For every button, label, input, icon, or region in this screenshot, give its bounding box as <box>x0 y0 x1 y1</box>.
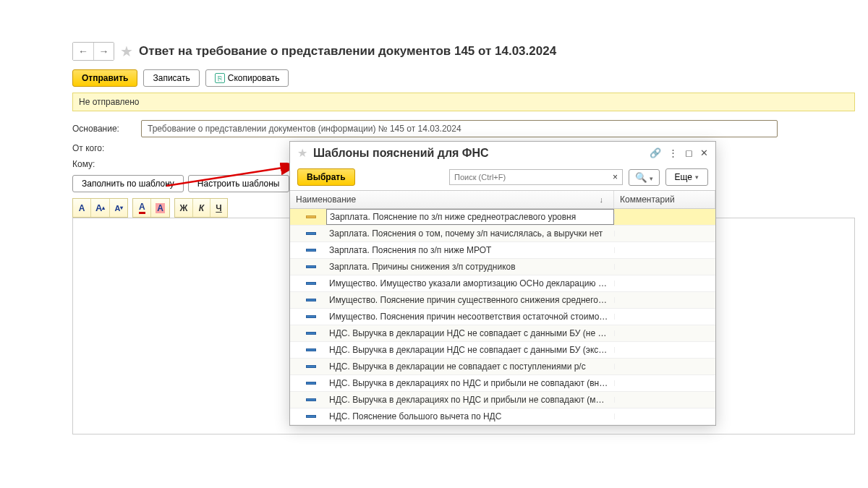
table-row[interactable]: Имущество. Имущество указали амортизацию… <box>290 275 715 292</box>
bold-button[interactable]: Ж <box>175 199 192 217</box>
link-icon[interactable]: 🔗 <box>650 147 661 158</box>
doc-icon <box>306 396 320 403</box>
from-label: От кого: <box>72 143 141 153</box>
select-button[interactable]: Выбрать <box>297 168 355 186</box>
row-name: Зарплата. Причины снижения з/п сотрудник… <box>326 259 614 275</box>
italic-button[interactable]: К <box>192 199 210 217</box>
copy-button[interactable]: ⎘ Скопировать <box>205 69 289 87</box>
row-comment <box>614 231 715 236</box>
copy-button-label: Скопировать <box>228 73 280 83</box>
table-row[interactable]: НДС. Выручка в декларациях по НДС и приб… <box>290 392 715 408</box>
column-header-comment[interactable]: Комментарий <box>614 191 715 208</box>
dialog-title: Шаблоны пояснений для ФНС <box>313 147 644 160</box>
to-label: Кому: <box>72 159 141 169</box>
row-comment <box>614 364 715 369</box>
row-name: НДС. Выручка в декларациях по НДС и приб… <box>326 392 614 408</box>
page-title: Ответ на требование о представлении доку… <box>139 44 556 59</box>
doc-icon <box>306 313 320 320</box>
row-comment <box>614 314 715 320</box>
table-row[interactable]: Зарплата. Пояснение по з/п ниже среднеот… <box>290 209 715 226</box>
row-name: Имущество. Имущество указали амортизацию… <box>326 275 614 291</box>
doc-icon <box>306 280 320 287</box>
table-row[interactable]: Зарплата. Пояснения о том, почему з/п на… <box>290 226 715 242</box>
doc-icon <box>306 363 320 370</box>
font-button[interactable]: А <box>73 199 90 217</box>
templates-dialog: ★ Шаблоны пояснений для ФНС 🔗 ⋮ ◻ ✕ Выбр… <box>289 141 716 426</box>
row-name: Зарплата. Пояснения о том, почему з/п на… <box>326 226 614 241</box>
row-comment <box>614 247 715 253</box>
row-name: НДС. Выручка в декларации НДС не совпада… <box>326 342 614 358</box>
table-row[interactable]: НДС. Выручка в декларации не совпадает с… <box>290 359 715 375</box>
row-name: Имущество. Пояснения причин несоответств… <box>326 309 614 325</box>
font-size-down-button[interactable]: А▾ <box>109 199 127 217</box>
row-comment <box>614 397 715 403</box>
row-comment <box>614 330 715 336</box>
table-row[interactable]: Зарплата. Пояснения по з/п ниже МРОТ <box>290 242 715 259</box>
send-button[interactable]: Отправить <box>72 69 137 87</box>
doc-icon <box>306 296 320 304</box>
setup-templates-button[interactable]: Настроить шаблоны <box>188 175 289 192</box>
font-size-up-button[interactable]: А▴ <box>90 199 109 217</box>
row-comment <box>614 380 715 386</box>
column-header-name[interactable]: Наименование ↓ <box>290 191 614 208</box>
row-name: НДС. Выручка в декларациях по НДС и приб… <box>326 375 614 391</box>
row-comment <box>614 281 715 286</box>
row-name: Имущество. Пояснение причин существенног… <box>326 292 614 308</box>
close-icon[interactable]: ✕ <box>700 147 708 158</box>
row-comment <box>614 414 715 419</box>
underline-button[interactable]: Ч <box>210 199 227 217</box>
row-name: Зарплата. Пояснения по з/п ниже МРОТ <box>326 242 614 258</box>
table-row[interactable]: НДС. Пояснение большого вычета по НДС <box>290 408 715 425</box>
doc-icon <box>306 263 320 270</box>
doc-icon <box>306 346 320 354</box>
row-name: НДС. Пояснение большого вычета по НДС <box>326 408 614 424</box>
basis-label: Основание: <box>72 124 141 134</box>
row-comment <box>614 214 715 220</box>
more-button[interactable]: Еще <box>665 168 708 186</box>
font-highlight-button[interactable]: А <box>150 199 169 217</box>
kebab-icon[interactable]: ⋮ <box>668 147 678 158</box>
basis-input[interactable]: Требование о представлении документов (и… <box>141 120 778 137</box>
table-row[interactable]: Зарплата. Причины снижения з/п сотрудник… <box>290 259 715 275</box>
copy-icon: ⎘ <box>215 73 225 83</box>
table-row[interactable]: НДС. Выручка в декларациях по НДС и приб… <box>290 375 715 392</box>
row-comment <box>614 297 715 303</box>
row-comment <box>614 347 715 353</box>
window-icon[interactable]: ◻ <box>685 147 693 158</box>
doc-icon <box>306 247 320 254</box>
doc-icon <box>306 230 320 237</box>
row-name: НДС. Выручка в декларации НДС не совпада… <box>326 325 614 341</box>
row-name: Зарплата. Пояснение по з/п ниже среднеот… <box>326 209 614 225</box>
doc-icon <box>306 380 320 387</box>
table-row[interactable]: Имущество. Пояснение причин существенног… <box>290 292 715 309</box>
dialog-star-icon[interactable]: ★ <box>297 146 307 160</box>
table-row[interactable]: Имущество. Пояснения причин несоответств… <box>290 309 715 325</box>
row-comment <box>614 264 715 270</box>
sort-down-icon: ↓ <box>600 195 608 204</box>
status-badge: Не отправлено <box>72 93 855 111</box>
search-input[interactable] <box>449 169 608 185</box>
nav-forward-button[interactable]: → <box>93 43 114 60</box>
doc-icon <box>306 213 320 221</box>
save-button[interactable]: Записать <box>143 69 199 87</box>
search-icon-button[interactable]: 🔍 <box>629 169 660 186</box>
font-color-button[interactable]: А <box>133 199 150 217</box>
fill-by-template-button[interactable]: Заполнить по шаблону <box>72 175 184 192</box>
table-row[interactable]: НДС. Выручка в декларации НДС не совпада… <box>290 325 715 342</box>
row-name: НДС. Выручка в декларации не совпадает с… <box>326 359 614 374</box>
table-row[interactable]: НДС. Выручка в декларации НДС не совпада… <box>290 342 715 359</box>
favorite-star-icon[interactable]: ★ <box>120 43 133 60</box>
nav-back-button[interactable]: ← <box>73 43 93 60</box>
search-clear-button[interactable]: × <box>608 169 623 185</box>
doc-icon <box>306 330 320 337</box>
doc-icon <box>306 413 320 420</box>
